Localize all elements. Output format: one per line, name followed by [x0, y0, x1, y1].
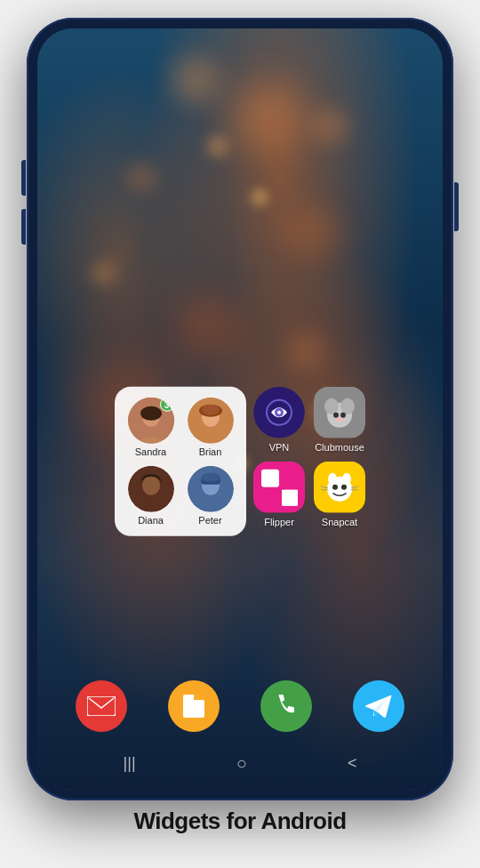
contacts-widget[interactable]: 3 Sandra: [115, 387, 246, 536]
page-title: Widgets for Android: [44, 808, 436, 835]
svg-rect-27: [282, 490, 298, 506]
app-label-vpn: VPN: [269, 442, 290, 453]
snapcat-icon: [314, 462, 365, 513]
svg-point-16: [277, 411, 281, 414]
phone-screen: 3 Sandra: [37, 28, 443, 790]
volume-up-button[interactable]: [21, 160, 26, 196]
contact-name-sandra: Sandra: [135, 446, 166, 457]
avatar-sandra: 3: [128, 398, 174, 444]
svg-point-8: [142, 476, 160, 495]
contact-name-diana: Diana: [138, 515, 164, 526]
nav-home-icon[interactable]: ○: [236, 753, 247, 774]
svg-point-19: [324, 398, 339, 414]
contact-name-brian: Brian: [199, 446, 222, 457]
nav-back-icon[interactable]: |||: [124, 754, 136, 773]
app-item-snapcat[interactable]: Snapcat: [314, 462, 365, 527]
contact-badge-sandra: 3: [160, 398, 174, 412]
avatar-peter: [188, 466, 234, 512]
avatar-brian: [188, 398, 234, 444]
contact-name-peter: Peter: [198, 515, 221, 526]
phone-wrapper: 3 Sandra: [27, 18, 453, 800]
nav-recent-icon[interactable]: <: [348, 754, 357, 773]
contact-item-sandra[interactable]: 3 Sandra: [125, 398, 176, 457]
svg-point-22: [340, 413, 346, 418]
contact-item-brian[interactable]: Brian: [185, 398, 236, 457]
app-label-flipper: Flipper: [264, 517, 294, 527]
app-label-clubmouse: Clubmouse: [315, 442, 364, 453]
dock-files[interactable]: [168, 680, 220, 732]
svg-point-20: [340, 398, 355, 414]
svg-point-33: [341, 485, 347, 490]
phone-body: 3 Sandra: [27, 18, 453, 800]
page-title-section: Widgets for Android: [27, 808, 453, 835]
vpn-icon: [253, 387, 305, 438]
app-item-flipper[interactable]: Flipper: [253, 462, 305, 527]
contact-item-peter[interactable]: Peter: [185, 466, 236, 526]
dock-mail[interactable]: [76, 680, 127, 732]
dock-telegram[interactable]: [353, 680, 404, 732]
svg-point-23: [336, 418, 343, 422]
app-item-vpn[interactable]: VPN: [253, 387, 305, 453]
svg-point-21: [333, 413, 339, 418]
app-item-clubmouse[interactable]: Clubmouse: [314, 387, 365, 453]
svg-point-30: [328, 473, 337, 486]
svg-point-2: [140, 406, 162, 421]
svg-point-12: [201, 473, 220, 482]
nav-bar: ||| ○ <: [37, 746, 443, 781]
svg-point-32: [332, 485, 338, 490]
avatar-diana: [128, 466, 174, 512]
svg-point-6: [202, 405, 220, 415]
flipper-icon: [253, 462, 305, 513]
svg-point-31: [342, 473, 351, 486]
clubmouse-icon: [314, 387, 365, 438]
dock-phone[interactable]: [260, 680, 312, 732]
volume-down-button[interactable]: [21, 209, 26, 245]
app-icons-grid: VPN: [253, 387, 365, 527]
app-area: 3 Sandra: [37, 387, 443, 536]
dock: [55, 680, 425, 732]
svg-rect-25: [260, 469, 280, 488]
app-label-snapcat: Snapcat: [322, 517, 357, 527]
power-button[interactable]: [454, 182, 459, 231]
contact-item-diana[interactable]: Diana: [125, 466, 176, 526]
